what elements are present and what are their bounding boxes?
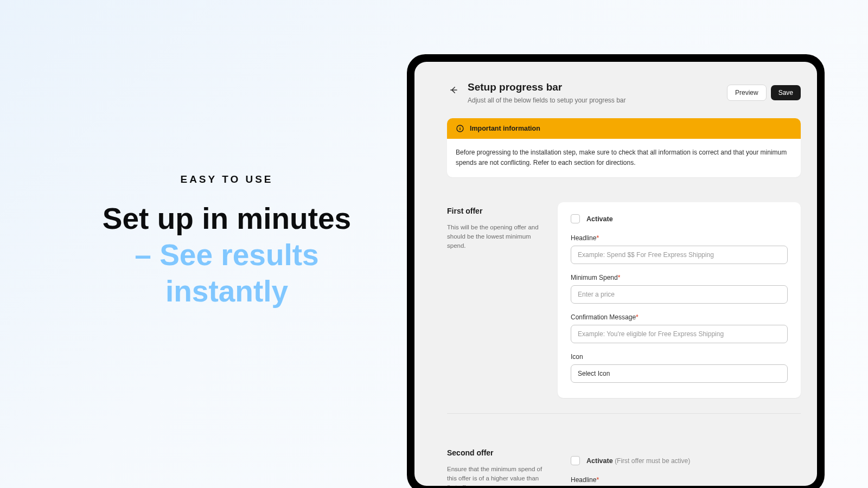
info-banner: Important information Before progressing… (447, 118, 801, 177)
marketing-copy: EASY TO USE Set up in minutes – See resu… (91, 174, 362, 310)
first-offer-title: First offer (447, 207, 545, 215)
second-offer-headline-label: Headline* (571, 476, 788, 484)
marketing-headline-line2: – See results instantly (135, 238, 318, 308)
first-offer-icon-select[interactable]: Select Icon (571, 364, 788, 383)
page-subtitle: Adjust all of the below fields to setup … (468, 97, 719, 104)
marketing-headline-line1: Set up in minutes (103, 202, 351, 235)
second-offer-activate-label: Activate (First offer must be active) (586, 457, 690, 465)
first-offer-activate-checkbox[interactable] (571, 214, 580, 223)
second-offer-desc: Ensure that the minimum spend of this of… (447, 465, 545, 486)
preview-button[interactable]: Preview (727, 85, 767, 101)
second-offer-activate-hint: (First offer must be active) (615, 457, 690, 465)
banner-title: Important information (470, 125, 540, 132)
section-first-offer: First offer This will be the opening off… (447, 202, 801, 414)
first-offer-confirm-input[interactable] (571, 325, 788, 343)
second-offer-activate-checkbox[interactable] (571, 456, 580, 465)
save-button[interactable]: Save (771, 85, 801, 100)
first-offer-minspend-label: Minimum Spend* (571, 274, 788, 281)
first-offer-desc: This will be the opening offer and shoul… (447, 223, 545, 250)
second-offer-title: Second offer (447, 448, 545, 457)
section-second-offer: Second offer Ensure that the minimum spe… (447, 444, 801, 486)
device-frame: Setup progress bar Adjust all of the bel… (407, 54, 825, 488)
first-offer-icon-label: Icon (571, 353, 788, 361)
page-header: Setup progress bar Adjust all of the bel… (447, 81, 801, 104)
first-offer-headline-label: Headline* (571, 234, 788, 242)
page-title: Setup progress bar (468, 81, 719, 93)
marketing-headline: Set up in minutes – See results instantl… (91, 201, 362, 310)
first-offer-minspend-input[interactable] (571, 285, 788, 304)
first-offer-confirm-label: Confirmation Message* (571, 313, 788, 321)
back-button[interactable] (447, 84, 460, 97)
marketing-eyebrow: EASY TO USE (91, 174, 362, 185)
banner-body: Before progressing to the installation s… (447, 139, 801, 177)
info-icon (456, 124, 464, 133)
arrow-left-icon (449, 85, 458, 95)
first-offer-headline-input[interactable] (571, 246, 788, 264)
first-offer-activate-label: Activate (586, 215, 613, 223)
device-screen: Setup progress bar Adjust all of the bel… (414, 62, 817, 486)
